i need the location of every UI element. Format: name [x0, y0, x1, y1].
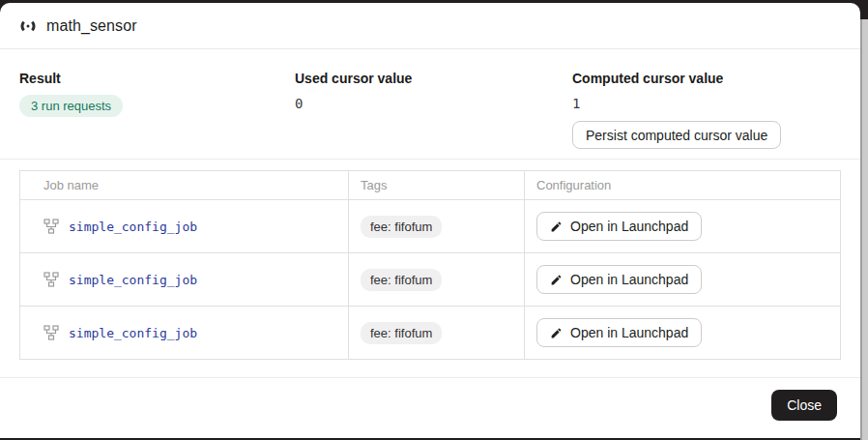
dialog-footer: Close: [0, 377, 860, 438]
evaluation-summary: Result 3 run requests Used cursor value …: [0, 49, 860, 160]
page-scrollbar[interactable]: [860, 19, 868, 440]
table-row: simple_config_job fee: fifofum Open in L…: [20, 307, 841, 360]
used-cursor-column: Used cursor value 0: [295, 71, 572, 159]
pencil-icon: [550, 274, 563, 286]
job-name-link[interactable]: simple_config_job: [69, 326, 197, 340]
used-cursor-value: 0: [295, 96, 303, 111]
column-header-configuration: Configuration: [525, 171, 841, 200]
persist-cursor-button-label: Persist computed cursor value: [586, 128, 767, 143]
job-name-link[interactable]: simple_config_job: [69, 220, 197, 234]
tag-badge: fee: fifofum: [361, 269, 442, 291]
open-in-launchpad-button[interactable]: Open in Launchpad: [536, 265, 702, 294]
result-label: Result: [19, 71, 295, 86]
open-in-launchpad-label: Open in Launchpad: [570, 219, 688, 234]
table-header-row: Job name Tags Configuration: [20, 171, 841, 200]
computed-cursor-value: 1: [572, 96, 580, 111]
close-button[interactable]: Close: [771, 390, 837, 421]
open-in-launchpad-label: Open in Launchpad: [570, 325, 688, 340]
job-graph-icon: [43, 325, 59, 340]
dialog-header: math_sensor: [0, 3, 860, 49]
result-column: Result 3 run requests: [19, 71, 295, 159]
table-row: simple_config_job fee: fifofum Open in L…: [20, 253, 841, 307]
column-header-tags: Tags: [349, 171, 525, 200]
run-requests-table: Job name Tags Configuration: [19, 170, 841, 360]
job-graph-icon: [43, 219, 59, 234]
pencil-icon: [550, 220, 563, 233]
persist-cursor-button[interactable]: Persist computed cursor value: [572, 121, 781, 149]
modal-overlay: { "dialog": { "title": "math_sensor" }, …: [0, 0, 868, 440]
open-in-launchpad-label: Open in Launchpad: [570, 272, 688, 287]
tag-badge: fee: fifofum: [361, 322, 442, 344]
tag-badge: fee: fifofum: [361, 216, 442, 238]
computed-cursor-column: Computed cursor value 1 Persist computed…: [572, 71, 841, 159]
dialog-title: math_sensor: [46, 17, 137, 35]
computed-cursor-label: Computed cursor value: [572, 71, 841, 86]
sensor-icon: [19, 17, 37, 35]
used-cursor-label: Used cursor value: [295, 71, 572, 86]
pencil-icon: [550, 327, 563, 339]
column-header-job-name: Job name: [20, 171, 349, 200]
sensor-dry-run-dialog: math_sensor Result 3 run requests Used c…: [0, 3, 860, 438]
run-requests-badge: 3 run requests: [19, 95, 123, 117]
open-in-launchpad-button[interactable]: Open in Launchpad: [536, 212, 702, 241]
run-requests-table-wrap: Job name Tags Configuration: [0, 160, 860, 360]
job-graph-icon: [43, 272, 59, 287]
open-in-launchpad-button[interactable]: Open in Launchpad: [536, 318, 702, 347]
table-row: simple_config_job fee: fifofum Open in L…: [20, 200, 841, 253]
job-name-link[interactable]: simple_config_job: [69, 273, 197, 287]
